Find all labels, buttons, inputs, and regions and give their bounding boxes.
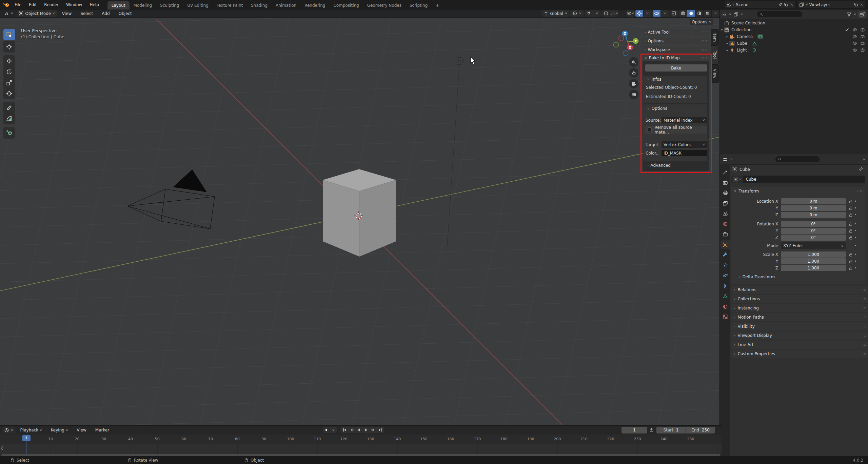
disclosure-triangle[interactable]: ▸ — [725, 48, 729, 52]
gizmo-neg-y[interactable] — [614, 42, 619, 47]
editor-properties-icon[interactable] — [723, 157, 728, 162]
start-frame-field[interactable]: Start1 — [656, 427, 686, 433]
tool-select-box[interactable] — [3, 29, 15, 40]
filter-icon[interactable] — [847, 12, 852, 17]
drag-handle[interactable]: ∷∷ — [863, 352, 868, 356]
lock-icon[interactable] — [848, 266, 853, 270]
drag-handle[interactable]: ∷∷ — [702, 39, 707, 43]
disclosure-triangle[interactable]: ▾ — [720, 28, 724, 32]
timeline-channels[interactable]: ❮ — [0, 444, 722, 454]
panel-collections[interactable]: ›Collections∷∷ — [731, 295, 868, 303]
workspace-tab-layout[interactable]: Layout — [107, 1, 130, 9]
disclosure-triangle[interactable]: ▸ — [725, 35, 729, 38]
lock-icon[interactable] — [848, 252, 853, 257]
visibility-dropdown[interactable]: ∨ — [626, 10, 634, 17]
blender-logo-icon[interactable] — [3, 2, 9, 8]
tool-transform[interactable] — [3, 88, 15, 99]
panel-viewport-display[interactable]: ›Viewport Display∷∷ — [731, 331, 868, 340]
checkbox-icon[interactable] — [845, 27, 849, 32]
shading-rendered-button[interactable] — [704, 10, 711, 17]
properties-options-button[interactable]: ∨ — [863, 158, 866, 161]
render-visibility-icon[interactable] — [860, 34, 865, 39]
workspace-tab-compositing[interactable]: Compositing — [329, 1, 363, 9]
rotation-z-field[interactable]: 0° — [781, 235, 846, 241]
pin-icon[interactable] — [778, 2, 783, 7]
end-frame-field[interactable]: End250 — [686, 427, 715, 433]
animate-dot[interactable]: • — [853, 206, 858, 210]
workspace-tab-geometry-nodes[interactable]: Geometry Nodes — [363, 1, 406, 9]
delta-transform-subpanel[interactable]: ›Delta Transform — [739, 275, 775, 279]
workspace-tab-scripting[interactable]: Scripting — [406, 1, 432, 9]
panel-motion-paths[interactable]: ›Motion Paths∷∷ — [731, 313, 868, 321]
scale-y-field[interactable]: 1.000 — [781, 258, 846, 264]
transform-panel-header[interactable]: ∨Transform ∷∷ — [731, 187, 865, 195]
proportional-edit-toggle[interactable] — [602, 10, 610, 17]
tool-rotate[interactable] — [3, 66, 15, 78]
hide-eye-icon[interactable] — [852, 41, 857, 46]
panel-instancing[interactable]: ›Instancing∷∷ — [731, 304, 868, 312]
panel-custom-properties[interactable]: ›Custom Properties∷∷ — [731, 350, 868, 358]
lock-icon[interactable] — [848, 259, 853, 264]
drag-handle[interactable]: ∷∷ — [863, 343, 868, 347]
animate-dot[interactable]: • — [853, 213, 858, 217]
workspace-tab-texture-paint[interactable]: Texture Paint — [213, 1, 247, 9]
lock-icon[interactable] — [848, 222, 853, 226]
menu-playback[interactable]: Playback ∨ — [17, 426, 46, 434]
outliner-row-cube[interactable]: ▸ Cube — [720, 40, 868, 47]
xray-toggle[interactable] — [670, 10, 678, 17]
hide-eye-icon[interactable] — [852, 27, 857, 32]
workspace-tab-rendering[interactable]: Rendering — [300, 1, 329, 9]
cube-object[interactable] — [323, 169, 396, 257]
pivot-point-selector[interactable]: ∨ — [570, 10, 584, 17]
animate-dot[interactable]: • — [853, 228, 858, 233]
stopwatch-icon[interactable] — [649, 427, 654, 432]
workspace-tab-modeling[interactable]: Modeling — [130, 1, 156, 9]
properties-tab-render[interactable] — [721, 178, 730, 187]
gizmo-options-button[interactable]: ∨ — [644, 10, 651, 17]
drag-handle[interactable]: ∷∷ — [702, 31, 707, 34]
proportional-falloff-button[interactable]: ∨ — [610, 10, 618, 17]
sidebar-tab-view[interactable]: View — [711, 64, 719, 83]
menu-select[interactable]: Select — [77, 10, 97, 17]
rotation-y-field[interactable]: 0° — [781, 228, 846, 234]
editor-outliner-icon[interactable] — [722, 12, 727, 17]
tool-annotate[interactable] — [3, 102, 15, 114]
disclosure-triangle[interactable]: ▸ — [725, 42, 729, 45]
properties-tab-object[interactable] — [721, 240, 730, 249]
animate-dot[interactable]: • — [853, 243, 858, 248]
properties-tab-vlayer[interactable] — [721, 199, 730, 208]
lock-icon[interactable] — [848, 213, 853, 217]
properties-tab-material[interactable] — [721, 302, 730, 311]
render-visibility-icon[interactable] — [860, 41, 865, 46]
viewport-pan-button[interactable] — [629, 68, 638, 78]
menu-window[interactable]: Window — [62, 1, 86, 8]
properties-tab-scene[interactable] — [721, 209, 730, 218]
editor-type-button[interactable]: ∨ — [2, 427, 15, 433]
menu-keying[interactable]: Keying ∨ — [47, 426, 72, 434]
show-gizmo-toggle[interactable] — [635, 10, 643, 17]
drag-handle[interactable]: ∷∷ — [863, 297, 868, 301]
render-visibility-icon[interactable] — [860, 48, 865, 53]
rotation-x-field[interactable]: 0° — [781, 221, 846, 227]
menu-object[interactable]: Object — [115, 10, 136, 17]
new-viewlayer-icon[interactable] — [854, 2, 858, 7]
editor-type-button[interactable]: ∨ — [2, 10, 15, 17]
animate-dot[interactable]: • — [853, 199, 858, 204]
display-mode-icon[interactable] — [733, 12, 738, 17]
menu-render[interactable]: Render — [40, 1, 62, 8]
properties-tab-modifier[interactable] — [721, 250, 730, 259]
outliner-row-camera[interactable]: ▸ Camera — [720, 33, 868, 40]
tool-scale[interactable] — [3, 77, 15, 88]
viewport-options-dropdown[interactable]: Options ∨ — [690, 19, 713, 25]
drag-handle[interactable]: ∷∷ — [863, 334, 868, 338]
drag-handle[interactable]: ∷∷ — [863, 306, 868, 310]
panel-visibility[interactable]: ›Visibility∷∷ — [731, 322, 868, 330]
snap-options-button[interactable]: ∨ — [593, 10, 601, 17]
mode-selector[interactable]: Object Mode ∨ — [17, 10, 57, 17]
outliner-row-scene-collection[interactable]: Scene Collection — [720, 20, 868, 26]
properties-tab-data[interactable] — [721, 292, 730, 301]
animate-dot[interactable]: • — [853, 235, 858, 240]
menu-marker[interactable]: Marker — [92, 426, 113, 434]
outliner-row-collection[interactable]: ▾ Collection — [720, 26, 868, 33]
auto-key-options-button[interactable]: ∨ — [330, 427, 337, 433]
